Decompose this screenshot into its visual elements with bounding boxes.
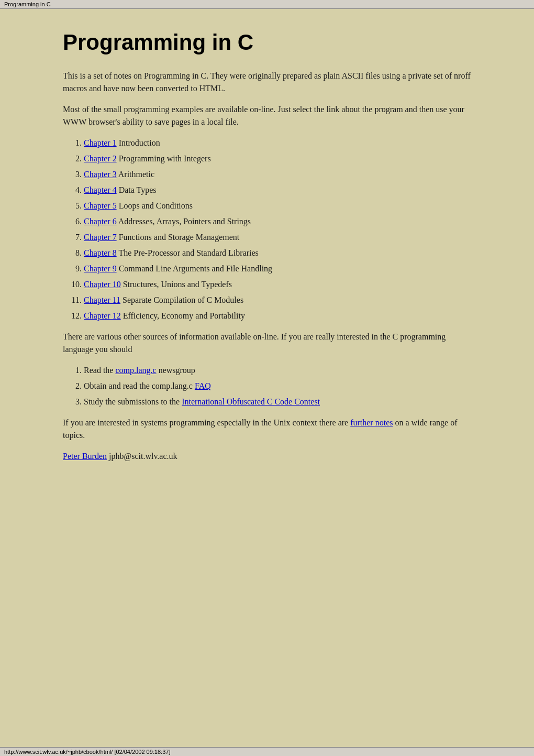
unix-paragraph-prefix: If you are interested in systems program…	[63, 418, 350, 427]
list-item: Chapter 11 Separate Compilation of C Mod…	[84, 294, 471, 306]
list-item: Chapter 9 Command Line Arguments and Fil…	[84, 262, 471, 275]
browser-title-bar: Programming in C	[0, 0, 534, 9]
list-item: Obtain and read the comp.lang.c FAQ	[84, 380, 471, 392]
list-item: Read the comp.lang.c newsgroup	[84, 364, 471, 377]
comp-lang-c-link[interactable]: comp.lang.c	[115, 366, 156, 375]
author-link[interactable]: Peter Burden	[63, 452, 107, 461]
chapter-3-link[interactable]: Chapter 3	[84, 170, 117, 179]
chapter-11-link[interactable]: Chapter 11	[84, 295, 120, 304]
browser-url: http://www.scit.wlv.ac.uk/~jphb/cbook/ht…	[4, 749, 170, 755]
chapter-4-desc: Data Types	[119, 185, 157, 194]
chapter-1-desc: Introduction	[119, 138, 160, 147]
chapter-4-link[interactable]: Chapter 4	[84, 185, 117, 194]
list-item: Chapter 12 Efficiency, Economy and Porta…	[84, 310, 471, 322]
browser-status-bar: http://www.scit.wlv.ac.uk/~jphb/cbook/ht…	[0, 747, 534, 756]
chapter-2-link[interactable]: Chapter 2	[84, 154, 117, 163]
list-item: Chapter 6 Addresses, Arrays, Pointers an…	[84, 215, 471, 228]
other-sources-list: Read the comp.lang.c newsgroup Obtain an…	[84, 364, 471, 408]
list-item: Chapter 7 Functions and Storage Manageme…	[84, 231, 471, 244]
chapter-9-desc: Command Line Arguments and File Handling	[119, 264, 272, 273]
other-source-1-suffix: newsgroup	[159, 366, 195, 375]
chapter-10-desc: Structures, Unions and Typedefs	[123, 280, 232, 289]
author-paragraph: Peter Burden jphb@scit.wlv.ac.uk	[63, 450, 471, 463]
list-item: Chapter 3 Arithmetic	[84, 168, 471, 181]
chapter-7-link[interactable]: Chapter 7	[84, 233, 117, 242]
faq-link[interactable]: FAQ	[195, 381, 211, 390]
chapter-2-desc: Programming with Integers	[119, 154, 211, 163]
chapter-5-desc: Loops and Conditions	[119, 201, 193, 210]
chapter-9-link[interactable]: Chapter 9	[84, 264, 117, 273]
chapter-1-link[interactable]: Chapter 1	[84, 138, 117, 147]
browser-title: Programming in C	[4, 1, 51, 7]
chapter-7-desc: Functions and Storage Management	[119, 233, 240, 242]
page-content: Programming in C This is a set of notes …	[31, 9, 503, 502]
list-item: Chapter 1 Introduction	[84, 137, 471, 149]
chapter-8-link[interactable]: Chapter 8	[84, 248, 117, 257]
author-email: jphb@scit.wlv.ac.uk	[109, 452, 177, 461]
chapter-11-desc: Separate Compilation of C Modules	[123, 295, 243, 304]
page-heading: Programming in C	[63, 30, 471, 55]
unix-paragraph: If you are interested in systems program…	[63, 417, 471, 442]
chapter-3-desc: Arithmetic	[118, 170, 154, 179]
chapter-5-link[interactable]: Chapter 5	[84, 201, 117, 210]
list-item: Chapter 4 Data Types	[84, 184, 471, 196]
further-notes-link[interactable]: further notes	[350, 418, 393, 427]
chapter-10-link[interactable]: Chapter 10	[84, 280, 121, 289]
other-sources-paragraph: There are various other sources of infor…	[63, 331, 471, 356]
other-source-1-prefix: Read the	[84, 366, 115, 375]
intro-paragraph-2: Most of the small programming examples a…	[63, 103, 471, 128]
list-item: Chapter 10 Structures, Unions and Typede…	[84, 278, 471, 291]
chapter-6-link[interactable]: Chapter 6	[84, 217, 117, 226]
chapter-list: Chapter 1 Introduction Chapter 2 Program…	[84, 137, 471, 322]
list-item: Study the submissions to the Internation…	[84, 396, 471, 408]
chapter-12-link[interactable]: Chapter 12	[84, 311, 121, 320]
chapter-12-desc: Efficiency, Economy and Portability	[123, 311, 245, 320]
intro-paragraph-1: This is a set of notes on Programming in…	[63, 70, 471, 95]
list-item: Chapter 5 Loops and Conditions	[84, 200, 471, 212]
other-source-3-prefix: Study the submissions to the	[84, 397, 182, 406]
chapter-8-desc: The Pre-Processor and Standard Libraries	[118, 248, 258, 257]
list-item: Chapter 2 Programming with Integers	[84, 152, 471, 165]
other-source-2-prefix: Obtain and read the comp.lang.c	[84, 381, 195, 390]
list-item: Chapter 8 The Pre-Processor and Standard…	[84, 247, 471, 259]
ioccc-link[interactable]: International Obfuscated C Code Contest	[182, 397, 320, 406]
chapter-6-desc: Addresses, Arrays, Pointers and Strings	[118, 217, 251, 226]
